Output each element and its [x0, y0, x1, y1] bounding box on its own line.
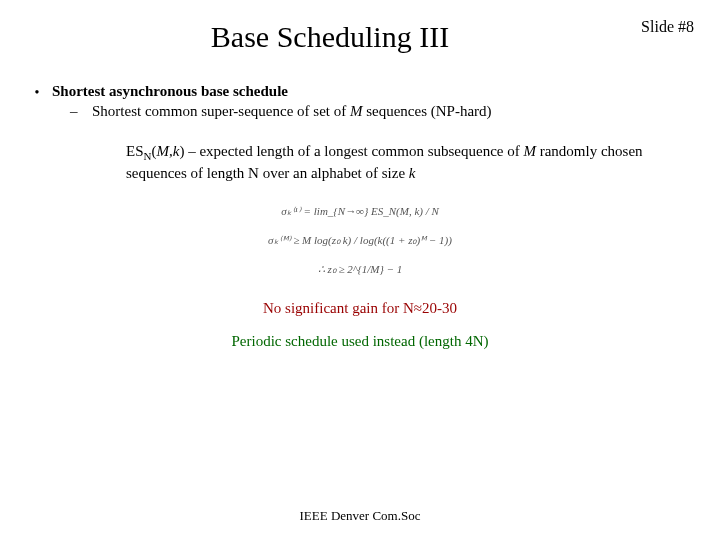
- formula-line-3: ∴ z₀ ≥ 2^{1/M} − 1: [62, 259, 658, 280]
- bullet-marker: •: [22, 82, 52, 102]
- esn-k: k: [409, 165, 416, 181]
- var-M: M: [350, 103, 363, 119]
- sub-text: Shortest common super-sequence of set of…: [92, 102, 698, 121]
- sub-suffix: sequences (NP-hard): [362, 103, 491, 119]
- content-area: • Shortest asynchronous base schedule – …: [0, 54, 720, 351]
- esn-arg1: M: [156, 143, 169, 159]
- dash-marker: –: [70, 102, 92, 121]
- periodic-text: Periodic schedule used instead (length 4…: [22, 332, 698, 351]
- formula-line-1: σₖ⁽¹⁾ = lim_{N→∞} ES_N(M, k) / N: [62, 201, 658, 222]
- slide-number: Slide #8: [641, 18, 694, 36]
- esn-prefix: ES: [126, 143, 144, 159]
- formula-block: σₖ⁽¹⁾ = lim_{N→∞} ES_N(M, k) / N σₖ⁽ᴹ⁾ ≥…: [22, 183, 698, 280]
- esn-close: ) – expected length of a longest common …: [179, 143, 523, 159]
- bullet-level-2: – Shortest common super-sequence of set …: [22, 102, 698, 121]
- gain-text: No significant gain for N≈20-30: [22, 299, 698, 318]
- esn-randM: M: [523, 143, 536, 159]
- bullet-heading: Shortest asynchronous base schedule: [52, 82, 698, 101]
- formula-line-2: σₖ⁽ᴹ⁾ ≥ M log(z₀ k) / log(k((1 + z₀)ᴹ − …: [62, 230, 658, 251]
- sub-prefix: Shortest common super-sequence of set of: [92, 103, 350, 119]
- page-title: Base Scheduling III: [40, 0, 620, 54]
- footer: IEEE Denver Com.Soc: [0, 508, 720, 524]
- esn-definition: ESN(M,k) – expected length of a longest …: [22, 120, 698, 183]
- bullet-level-1: • Shortest asynchronous base schedule: [22, 82, 698, 102]
